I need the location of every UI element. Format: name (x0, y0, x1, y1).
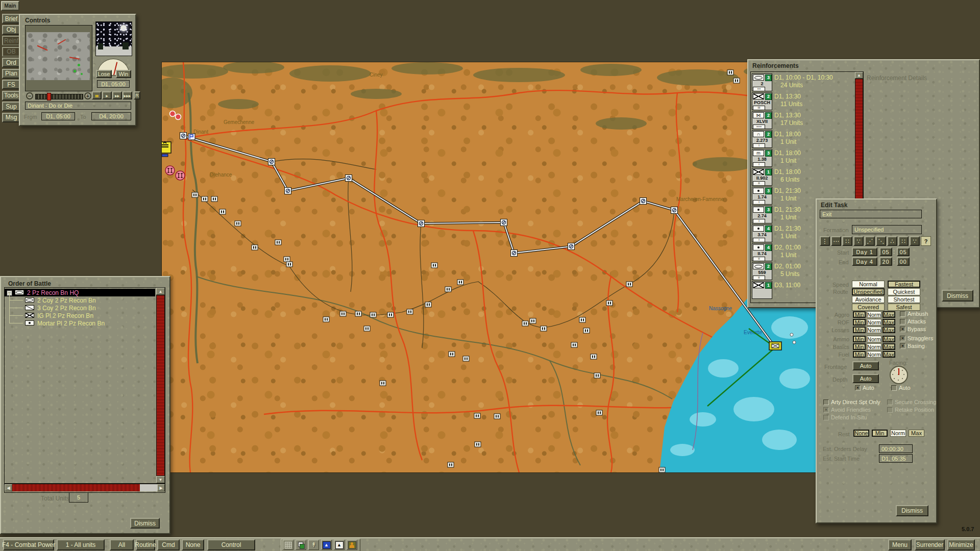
bottom-btn-control[interactable]: Control (207, 539, 255, 550)
friendly-unit-marker[interactable] (727, 70, 733, 75)
route-waypoint[interactable] (671, 207, 678, 214)
route-avoidance-button[interactable]: Avoidance (852, 296, 885, 303)
main-btn-brief[interactable]: Brief (2, 14, 20, 23)
stragglers-check[interactable]: ×Stragglers (900, 335, 933, 341)
tool-jump-button[interactable]: ▲ (321, 540, 332, 550)
zoom-slider-thumb[interactable] (47, 93, 51, 101)
friendly-unit-marker[interactable] (219, 209, 226, 214)
rest-min-button[interactable]: Min (872, 430, 888, 437)
friendly-unit-marker[interactable] (380, 381, 386, 386)
fuel-min-button[interactable]: Min (853, 351, 866, 358)
main-btn-sup[interactable]: Sup (2, 102, 20, 111)
oob-hscrollbar[interactable]: ◀ ▶ (4, 484, 165, 493)
ambush-check[interactable]: Ambush (900, 311, 928, 317)
fuel-max-button[interactable]: Max (883, 351, 895, 358)
friendly-unit-marker[interactable] (211, 196, 217, 202)
minimap[interactable] (25, 25, 92, 91)
friendly-unit-marker[interactable] (591, 354, 597, 359)
basics-max-button[interactable]: Max (883, 343, 895, 350)
start-day-button[interactable]: Day 1 (852, 247, 877, 256)
main-btn-plan[interactable]: Plan (2, 69, 20, 79)
friendly-unit-marker[interactable] (475, 442, 481, 447)
friendly-unit-marker[interactable] (571, 342, 577, 347)
basics-norm-button[interactable]: Norm (867, 343, 881, 350)
oob-tree-item[interactable]: −2 Pz Recon Bn HQ (5, 289, 155, 296)
friendly-unit-marker[interactable] (541, 326, 547, 331)
friendly-unit-marker[interactable] (494, 414, 500, 419)
friendly-unit-marker[interactable] (659, 467, 665, 472)
route-waypoint[interactable] (501, 219, 507, 226)
friendly-unit-marker[interactable] (457, 280, 463, 285)
end-day-button[interactable]: Day 4 (852, 257, 877, 266)
friendly-unit-marker[interactable] (445, 287, 451, 292)
playback-play-button[interactable]: ▶ (102, 91, 112, 99)
route-unspecified-button[interactable]: Unspecified (852, 288, 885, 295)
tool-person-button[interactable] (347, 540, 357, 550)
route-waypoint[interactable] (346, 175, 352, 182)
bottom-btn-1-all-units[interactable]: 1 - All units (57, 539, 105, 550)
ammo-min-button[interactable]: Min (853, 336, 866, 342)
bottom-btn-routine[interactable]: Routine (136, 539, 155, 550)
playback-pause-button[interactable]: ▮▮ (92, 91, 102, 99)
bottom-btn-all[interactable]: All (110, 539, 134, 550)
oob-list[interactable]: −2 Pz Recon Bn HQ2 Coy 2 Pz Recon Bn3 Co… (4, 287, 165, 484)
friendly-unit-marker[interactable] (407, 309, 413, 314)
tool-layers-button[interactable] (296, 540, 306, 550)
losses-min-button[interactable]: Min (853, 327, 866, 333)
friendly-unit-marker[interactable] (202, 196, 208, 202)
map-canvas[interactable]: DinantGemechenneDrehanceCineyMarche-en-F… (162, 62, 817, 472)
speed-normal-button[interactable]: Normal (852, 281, 885, 288)
route-waypoint[interactable] (568, 243, 575, 250)
friendly-unit-marker[interactable] (448, 462, 454, 467)
losses-max-button[interactable]: Max (883, 327, 895, 333)
tool-up-button[interactable]: ▲ (334, 540, 345, 550)
main-btn-obj[interactable]: Obj (2, 25, 20, 35)
losses-norm-button[interactable]: Norm (867, 327, 881, 333)
formation-field[interactable]: Unspecified (852, 225, 922, 234)
friendly-unit-marker[interactable] (579, 317, 585, 322)
friendly-unit-marker[interactable] (425, 302, 431, 307)
bypass-check[interactable]: ×Bypass (900, 326, 926, 332)
oob-tree-item[interactable]: 3 Coy 2 Pz Recon Bn (5, 304, 155, 312)
zoom-in-icon[interactable]: + (84, 92, 91, 99)
friendly-unit-marker[interactable] (355, 311, 361, 316)
zoom-slider[interactable] (35, 94, 83, 99)
playback-ff-button[interactable]: ▶▶ (112, 91, 122, 99)
reinforcement-item[interactable]: ∩22.273ID1, 18:001 Unit (751, 130, 853, 148)
frontage-auto-button[interactable]: Auto (852, 361, 879, 370)
friendly-unit-marker[interactable] (284, 257, 290, 262)
friendly-unit-marker[interactable] (431, 263, 437, 268)
main-btn-ord[interactable]: Ord (2, 58, 20, 67)
formation-option-2-button[interactable]: ∷ (842, 236, 852, 246)
facing-dial[interactable] (890, 366, 908, 384)
rof-norm-button[interactable]: Norm (867, 319, 881, 325)
reinf-scroll-up[interactable]: ▲ (855, 72, 863, 79)
friendly-unit-marker[interactable] (323, 317, 329, 322)
aggro-min-button[interactable]: Min (853, 311, 866, 318)
formation-option-4-button[interactable]: ⋰ (865, 236, 875, 246)
reinforcements-dismiss-button[interactable]: Dismiss (942, 290, 973, 302)
main-btn-msg[interactable]: Msg (2, 113, 20, 122)
bottom-btn-minimize[interactable]: Minimize (947, 539, 975, 550)
playback-fff-button[interactable]: ▶▶▶ (122, 91, 132, 99)
friendly-unit-marker[interactable] (530, 318, 536, 323)
speed-fastest-button[interactable]: Fastest (888, 281, 920, 288)
friendly-unit-marker[interactable] (252, 245, 258, 250)
formation-option-1-button[interactable]: ⋯ (831, 236, 841, 246)
oob-tree-item[interactable]: Mortar Pl 2 Pz Recon Bn (5, 319, 155, 327)
route-safest-button[interactable]: Safest (888, 304, 920, 311)
route-shortest-button[interactable]: Shortest (888, 296, 920, 303)
oob-scroll-left[interactable]: ◀ (5, 484, 12, 491)
tool-grid-button[interactable] (283, 540, 293, 550)
route-waypoint[interactable] (180, 133, 187, 139)
attacks-check[interactable]: Attacks (900, 318, 926, 324)
oob-tree-item[interactable]: 2 Coy 2 Pz Recon Bn (5, 296, 155, 304)
rof-max-button[interactable]: Max (883, 319, 895, 325)
formation-option-6-button[interactable]: ∴ (887, 236, 897, 246)
ammo-max-button[interactable]: Max (883, 336, 895, 342)
rest-norm-button[interactable]: Norm (890, 430, 906, 437)
friendly-unit-marker[interactable] (594, 373, 600, 378)
route-waypoint[interactable] (285, 188, 291, 194)
formation-option-8-button[interactable]: ∵ (910, 236, 920, 246)
friendly-unit-marker[interactable] (370, 312, 376, 317)
